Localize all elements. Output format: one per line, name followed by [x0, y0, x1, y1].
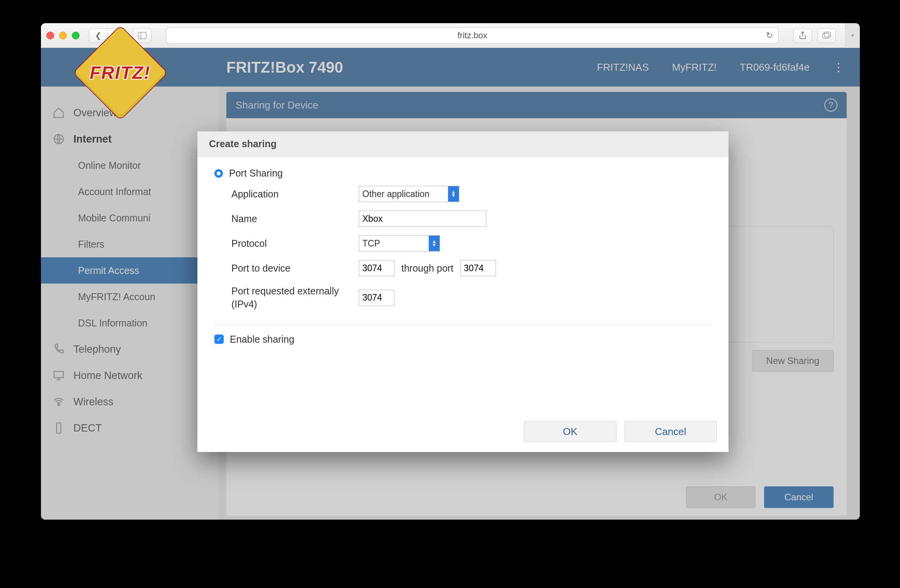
divider [214, 324, 712, 325]
application-select[interactable]: Other application ▲▼ [359, 186, 459, 202]
zoom-window-button[interactable] [72, 32, 80, 39]
checkbox-label: Enable sharing [230, 334, 294, 345]
dialog-title: Create sharing [197, 131, 728, 157]
label-name: Name [231, 213, 359, 224]
label-application: Application [231, 189, 359, 200]
minimize-window-button[interactable] [59, 32, 67, 39]
dialog-cancel-button[interactable]: Cancel [624, 421, 717, 442]
fritz-logo-text: FRITZ! [90, 62, 151, 83]
port-from-input[interactable] [359, 260, 394, 276]
protocol-select[interactable]: TCP ▲▼ [359, 235, 440, 252]
port-sharing-radio[interactable]: Port Sharing [214, 168, 712, 179]
fritz-logo: FRITZ! [80, 46, 161, 100]
new-tab-button[interactable]: + [845, 23, 860, 48]
browser-toolbar: ❮ ❯ fritz.box ↻ + [41, 23, 860, 48]
share-button[interactable] [793, 28, 812, 43]
select-arrows-icon: ▲▼ [429, 236, 440, 251]
tabs-button[interactable] [817, 28, 836, 43]
close-window-button[interactable] [46, 32, 54, 39]
enable-sharing-checkbox[interactable]: ✓ Enable sharing [214, 334, 712, 345]
address-text: fritz.box [457, 31, 487, 41]
dialog-ok-button[interactable]: OK [524, 421, 616, 442]
label-port-to-device: Port to device [231, 263, 359, 274]
create-sharing-dialog: Create sharing Port Sharing Application … [197, 131, 728, 452]
browser-window: ❮ ❯ fritz.box ↻ + [41, 23, 860, 520]
select-value: TCP [359, 236, 429, 251]
checkbox-checked-icon: ✓ [214, 335, 224, 344]
port-to-input[interactable] [460, 260, 496, 276]
address-bar[interactable]: fritz.box ↻ [166, 27, 779, 44]
svg-rect-3 [824, 32, 830, 37]
reload-icon[interactable]: ↻ [766, 31, 773, 41]
radio-selected-icon [214, 169, 223, 178]
button-label: OK [563, 426, 577, 438]
label-through-port: through port [401, 263, 453, 274]
window-controls [46, 32, 80, 39]
svg-rect-2 [823, 33, 829, 38]
port-external-input[interactable] [359, 290, 394, 306]
radio-label: Port Sharing [229, 168, 283, 179]
select-value: Other application [359, 186, 448, 202]
label-port-external: Port requested externally (IPv4) [231, 285, 359, 311]
select-arrows-icon: ▲▼ [448, 186, 459, 202]
label-protocol: Protocol [231, 238, 359, 249]
button-label: Cancel [655, 426, 686, 438]
name-input[interactable] [359, 211, 486, 227]
svg-rect-0 [138, 32, 146, 39]
